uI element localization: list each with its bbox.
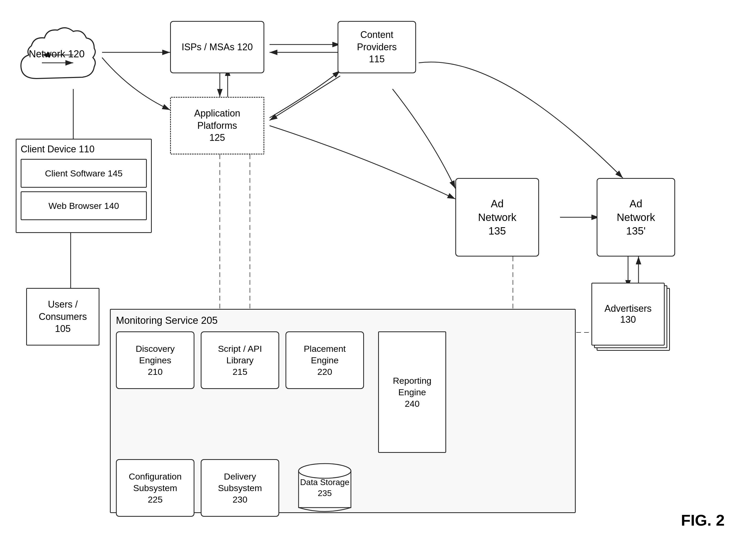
application-platforms-label: ApplicationPlatforms125 [194,107,240,144]
web-browser-box: Web Browser 140 [21,191,147,220]
monitoring-service-box: Monitoring Service 205 DiscoveryEngines2… [110,309,576,513]
network-cloud: Network 120 [16,21,99,94]
ad-network-1-box: AdNetwork135 [455,178,539,256]
client-software-label: Client Software 145 [45,167,123,179]
data-storage-label: Data Storage235 [300,477,350,499]
reporting-engine-box: ReportingEngine240 [378,332,446,453]
discovery-engines-label: DiscoveryEngines210 [136,343,175,378]
script-api-box: Script / APILibrary215 [201,332,279,389]
application-platforms-box: ApplicationPlatforms125 [170,97,264,154]
delivery-subsystem-label: DeliverySubsystem230 [218,471,262,505]
monitoring-service-label: Monitoring Service 205 [116,315,570,326]
placement-engine-box: PlacementEngine220 [285,332,364,389]
network-label: Network 120 [29,47,85,61]
isps-label: ISPs / MSAs 120 [182,41,253,53]
ad-network-2-box: AdNetwork135' [597,178,675,256]
ad-network-2-label: AdNetwork135' [617,197,655,238]
configuration-subsystem-label: ConfigurationSubsystem225 [129,471,182,505]
advertisers-label: Advertisers130 [604,303,652,325]
users-consumers-box: Users /Consumers105 [26,288,99,346]
svg-line-7 [270,76,340,120]
data-storage-cylinder: Data Storage235 [285,459,364,517]
advertisers-stacked: Advertisers130 [591,283,670,356]
web-browser-label: Web Browser 140 [48,200,119,211]
delivery-subsystem-box: DeliverySubsystem230 [201,459,279,517]
script-api-label: Script / APILibrary215 [218,343,262,378]
fig-label: FIG. 2 [681,511,725,529]
isps-box: ISPs / MSAs 120 [170,21,264,73]
users-consumers-label: Users /Consumers105 [39,299,87,335]
client-device-label: Client Device 110 [21,144,147,155]
client-device-box: Client Device 110 Client Software 145 We… [16,139,152,233]
ad-network-1-label: AdNetwork135 [478,197,517,238]
content-providers-label: ContentProviders115 [357,29,397,65]
discovery-engines-box: DiscoveryEngines210 [116,332,194,389]
content-providers-box: ContentProviders115 [338,21,416,73]
svg-point-19 [299,464,351,478]
client-software-box: Client Software 145 [21,159,147,188]
diagram: Network 120 ISPs / MSAs 120 ContentProvi… [0,0,756,545]
placement-engine-label: PlacementEngine220 [304,343,346,378]
configuration-subsystem-box: ConfigurationSubsystem225 [116,459,194,517]
reporting-engine-label: ReportingEngine240 [393,375,431,410]
